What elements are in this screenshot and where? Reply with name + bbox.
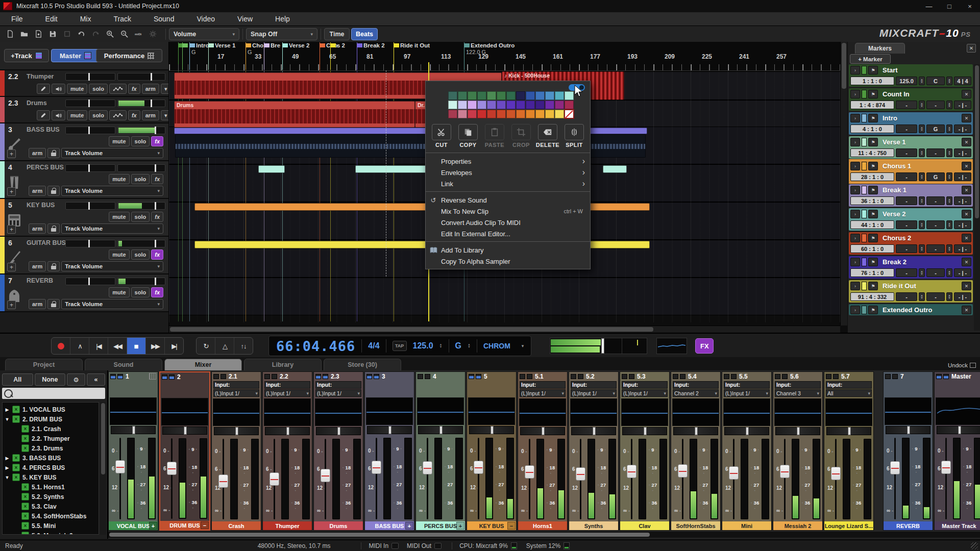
slider-handle[interactable] [88,99,90,107]
rewind-button[interactable]: ◀◀ [108,338,127,354]
color-swatch[interactable] [487,110,496,118]
markers-tab[interactable]: Markers [855,43,905,54]
zoom-out-icon[interactable] [117,28,131,40]
strip-eq-display[interactable] [885,397,932,425]
expand-marker-icon[interactable]: › [850,138,860,146]
marker-position[interactable]: 11 : 4 : 750 [850,148,894,157]
audio-clip[interactable] [258,165,285,173]
pan-slider[interactable] [367,426,412,434]
timeline-ruler[interactable]: 1733496581971131291451611771932092252412… [169,42,847,71]
strip-eq-display[interactable] [570,398,617,426]
menu-help[interactable]: Help [264,13,301,25]
color-swatch[interactable] [468,91,477,100]
color-swatch[interactable] [545,91,554,100]
marker-row-chorus-2[interactable]: ›⚑Chorus 2✕60 : 1 : 0-▲▼-▲▼- | - [849,232,973,255]
arm-button[interactable]: arm [29,261,46,271]
beats-mode-button[interactable]: Beats [351,28,378,40]
menu-item-copy-to-alpha-sampler[interactable]: Copy To Alpha Sampler [426,256,590,267]
mute-button[interactable]: mute [67,84,87,94]
slider-handle[interactable] [155,202,156,210]
expand-marker-icon[interactable]: › [850,234,860,242]
pan-handle[interactable] [848,427,851,435]
color-swatch[interactable] [468,110,477,118]
color-swatch[interactable] [477,91,486,100]
menu-item-properties[interactable]: Properties› [426,156,590,167]
fader-track[interactable] [784,439,786,519]
sends-icon[interactable] [213,374,219,379]
fader-knob[interactable] [831,467,841,480]
menu-item-reverse-sound[interactable]: ↺Reverse Sound [426,194,590,206]
delete-marker-icon[interactable]: ✕ [962,306,971,314]
skip-to-start-button[interactable]: |◀ [89,338,108,354]
copy-button[interactable]: COPY [456,124,480,148]
pan-handle[interactable] [439,426,443,434]
slider-handle[interactable] [155,240,156,247]
solo-button[interactable]: solo [131,287,150,297]
tree-item-2-1-crash[interactable]: ×2.1. Crash [3,424,99,434]
marker-tempo[interactable]: - [896,101,917,109]
sends-icon[interactable] [578,374,583,379]
track-volume-select[interactable]: Track Volume▾ [61,223,163,234]
tree-scrollbar[interactable] [100,402,106,535]
marker-tempo[interactable]: - [896,220,917,229]
master-track-button[interactable]: Master [51,49,100,62]
fx-button[interactable]: fx [151,136,163,146]
tree-item-5-5-mini[interactable]: ×5.5. Mini [3,521,99,531]
pan-handle[interactable] [337,427,340,435]
delete-marker-icon[interactable]: ✕ [962,114,971,122]
timeline-vertical-scrollbar[interactable] [840,42,847,325]
checkbox-icon[interactable]: × [12,473,20,481]
strip-eq-display[interactable] [621,398,668,426]
strip-name-label[interactable]: PERCS BUS+ [416,521,465,530]
fader-knob[interactable] [167,462,177,475]
marker-key[interactable]: - [926,101,945,109]
pan-handle[interactable] [695,427,698,435]
strip-grid-icon[interactable] [149,373,156,380]
fader-knob[interactable] [729,466,739,480]
sends-icon[interactable] [943,374,949,379]
strip-eq-display[interactable] [161,398,208,425]
input-select[interactable]: All▾ [826,389,872,397]
color-swatch[interactable] [565,101,574,109]
tempo-spinner[interactable]: ▲▼ [919,268,925,277]
strip-name-label[interactable]: BASS BUS+ [365,521,414,530]
marker-tempo[interactable]: 125.0 [896,77,917,85]
channel-strip-5-6[interactable]: 5.6Input:Channel 3▾0612∞9182736Messiah 2 [773,371,823,531]
fader-track[interactable] [529,439,530,519]
chevron-down-icon[interactable]: ▾ [161,110,168,120]
key-spinner[interactable]: ▲▼ [946,196,952,205]
pan-slider[interactable] [65,99,115,107]
add-automation-button[interactable]: + [7,225,16,234]
strip-name-label[interactable]: DRUM BUS− [160,521,209,530]
chevron-down-icon[interactable]: ▾ [161,84,168,94]
key-value[interactable]: G [455,341,461,350]
slider-handle[interactable] [88,73,90,81]
marker-time-signature[interactable]: - | - [954,220,971,229]
fader-knob[interactable] [780,465,790,478]
collapse-icon[interactable]: « [87,373,105,386]
marker-key[interactable]: - [926,148,945,157]
solo-button[interactable]: solo [89,84,108,94]
color-swatch[interactable] [497,101,506,109]
tempo-spinner[interactable]: ▲▼ [919,220,925,229]
strip-name-label[interactable]: Horns1 [518,521,567,530]
slider-handle[interactable] [88,240,90,247]
pan-slider[interactable] [520,427,565,435]
strip-name-label[interactable]: Messiah 2 [773,521,822,530]
marker-key[interactable]: - [926,268,945,277]
marker-row-break-2[interactable]: ›⚑Break 2✕76 : 1 : 0-▲▼-▲▼- | - [849,256,973,279]
channel-strip-5-3[interactable]: 5.3Input:(L)Input 1/▾0612∞9182736Clav [620,371,670,531]
color-swatch[interactable] [487,101,496,109]
slider-handle[interactable] [155,164,156,172]
sends-icon[interactable] [469,374,474,379]
menu-item-link[interactable]: Link› [426,178,590,189]
fader-knob[interactable] [627,465,636,478]
channel-strip-5-2[interactable]: 5.2Input:(L)Input 1/▾0612∞9182736Synths [569,371,619,531]
arm-button[interactable]: arm [142,110,159,120]
marker-row-ride-it-out[interactable]: ›⚑Ride it Out✕91 : 4 : 332-▲▼-▲▼- | - [849,280,973,303]
save-project-icon[interactable] [46,28,59,40]
input-select[interactable]: (L)Input 1/▾ [724,389,770,397]
delete-marker-icon[interactable]: ✕ [962,210,971,218]
color-swatch[interactable] [448,101,457,109]
sends-icon[interactable] [476,374,481,379]
